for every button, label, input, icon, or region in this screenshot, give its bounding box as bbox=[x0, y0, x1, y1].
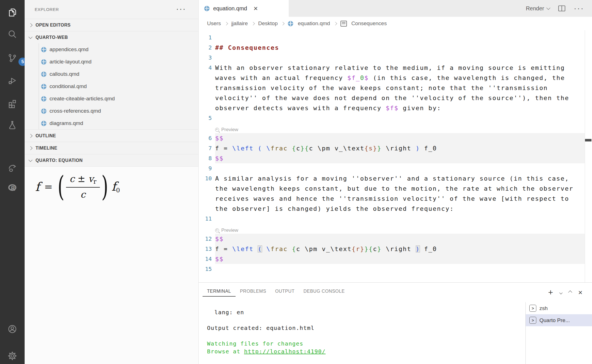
quarto-file-icon bbox=[41, 59, 46, 65]
accounts-icon[interactable] bbox=[7, 324, 17, 334]
bottom-panel: TERMINALPROBLEMSOUTPUTDEBUG CONSOLE + × … bbox=[199, 282, 592, 364]
code-line: 1 bbox=[199, 32, 592, 42]
terminal-prompt-icon: > bbox=[529, 317, 536, 324]
panel-tab-terminal[interactable]: TERMINAL bbox=[203, 284, 236, 297]
panel-tabs: TERMINALPROBLEMSOUTPUTDEBUG CONSOLE bbox=[199, 283, 592, 298]
editor-more-actions-icon[interactable]: ··· bbox=[574, 4, 584, 13]
file-name: article-layout.qmd bbox=[50, 59, 91, 65]
zoom-in-icon bbox=[215, 128, 219, 132]
panel-tab-debug-console[interactable]: DEBUG CONSOLE bbox=[299, 284, 349, 297]
explorer-sidebar: EXPLORER ··· OPEN EDITORS QUARTO-WEB app… bbox=[25, 0, 199, 364]
code-line: 13f = \left ( \frac {c \pm v_\text{r}}{c… bbox=[199, 244, 592, 254]
section-quarto-equation[interactable]: QUARTO: EQUATION bbox=[25, 154, 198, 166]
file-name: diagrams.qmd bbox=[50, 120, 83, 126]
file-item[interactable]: diagrams.qmd bbox=[25, 117, 198, 129]
breadcrumb-jjallaire[interactable]: jjallaire bbox=[231, 20, 248, 27]
source-control-icon[interactable]: 5 bbox=[7, 53, 17, 63]
file-item[interactable]: conditional.qmd bbox=[25, 80, 198, 93]
panel-tab-output[interactable]: OUTPUT bbox=[271, 284, 299, 297]
extensions-icon[interactable] bbox=[7, 98, 17, 108]
tab-equation-qmd[interactable]: equation.qmd × bbox=[199, 0, 289, 17]
line-number: 14 bbox=[199, 256, 215, 262]
section-outline[interactable]: OUTLINE bbox=[25, 129, 198, 142]
overview-ruler[interactable] bbox=[585, 30, 585, 282]
file-item[interactable]: cross-references.qmd bbox=[25, 105, 198, 117]
activity-bar: 5 bbox=[0, 0, 25, 364]
chevron-right-icon bbox=[333, 22, 337, 25]
code-editor[interactable]: 12## Consequences34With an observer stat… bbox=[199, 30, 592, 285]
code-line: 6$$ bbox=[199, 133, 592, 143]
rendered-equation: f = ( c ± vr c ) f0 bbox=[35, 173, 120, 200]
line-number: 11 bbox=[199, 215, 215, 222]
sidebar-more-actions-icon[interactable]: ··· bbox=[176, 4, 186, 13]
sidebar-title: EXPLORER ··· bbox=[25, 0, 198, 19]
render-button[interactable]: Render bbox=[526, 5, 550, 12]
quarto-file-icon bbox=[41, 47, 46, 52]
run-and-debug-icon[interactable] bbox=[7, 75, 17, 86]
file-item[interactable]: article-layout.qmd bbox=[25, 56, 198, 68]
chevron-right-icon bbox=[224, 22, 228, 25]
code-line: 11 bbox=[199, 214, 592, 224]
section-open-editors[interactable]: OPEN EDITORS bbox=[25, 19, 198, 31]
new-terminal-icon[interactable]: + bbox=[548, 288, 553, 297]
code-line: the observer] is changed) yields the obs… bbox=[199, 204, 592, 214]
file-item[interactable]: create-citeable-articles.qmd bbox=[25, 93, 198, 105]
quarto-preview-icon[interactable] bbox=[7, 163, 17, 173]
testing-beaker-icon[interactable] bbox=[7, 120, 17, 130]
terminal-line: Browse at http://localhost:4190/ bbox=[207, 348, 532, 356]
editor-actions: Render ··· bbox=[526, 0, 584, 17]
section-timeline[interactable]: TIMELINE bbox=[25, 142, 198, 154]
line-number: 15 bbox=[199, 266, 215, 272]
quarto-file-icon bbox=[41, 84, 46, 89]
codelens-row: Preview bbox=[199, 123, 592, 133]
file-name: conditional.qmd bbox=[50, 83, 87, 89]
split-editor-icon[interactable] bbox=[558, 5, 565, 11]
terminal-link[interactable]: http://localhost:4190/ bbox=[244, 348, 325, 355]
quarto-file-icon bbox=[204, 6, 210, 11]
explorer-icon[interactable] bbox=[7, 7, 17, 17]
breadcrumb-section[interactable]: Consequences bbox=[351, 20, 387, 27]
code-line: observer detects waves with a frequency … bbox=[199, 103, 592, 113]
file-item[interactable]: callouts.qmd bbox=[25, 68, 198, 80]
codelens-preview-link[interactable]: Preview bbox=[215, 228, 238, 234]
settings-gear-icon[interactable] bbox=[7, 351, 17, 361]
chevron-down-icon bbox=[29, 35, 32, 39]
chevron-right-icon bbox=[29, 23, 32, 27]
r-language-icon[interactable]: R bbox=[7, 183, 17, 193]
panel-tab-problems[interactable]: PROBLEMS bbox=[236, 284, 271, 297]
chevron-right-icon bbox=[29, 146, 32, 150]
code-line: velocity'' of the wave does not depend o… bbox=[199, 93, 592, 103]
terminal-profile-dropdown-icon[interactable] bbox=[560, 290, 562, 295]
code-line: 10A similar analysis for a moving ''obse… bbox=[199, 173, 592, 183]
file-name: callouts.qmd bbox=[50, 71, 79, 77]
fraction: c ± vr c bbox=[66, 173, 100, 200]
code-line: 15 bbox=[199, 264, 592, 274]
search-icon[interactable] bbox=[7, 29, 17, 39]
maximize-panel-icon[interactable] bbox=[569, 290, 572, 295]
line-number: 7 bbox=[199, 145, 215, 152]
close-panel-icon[interactable]: × bbox=[578, 289, 582, 296]
code-line: 12$$ bbox=[199, 234, 592, 244]
file-item[interactable]: appendices.qmd bbox=[25, 43, 198, 56]
line-number: 9 bbox=[199, 165, 215, 172]
terminal-instance-zsh[interactable]: >zsh bbox=[526, 302, 592, 314]
tab-close-icon[interactable]: × bbox=[253, 5, 258, 12]
line-number: 5 bbox=[199, 115, 215, 121]
line-number: 2 bbox=[199, 44, 215, 51]
code-line: 9 bbox=[199, 163, 592, 173]
chevron-down-icon bbox=[29, 158, 32, 162]
terminal-output[interactable]: lang: enOutput created: equation.htmlWat… bbox=[199, 298, 532, 364]
breadcrumb-file[interactable]: equation.qmd bbox=[298, 20, 330, 27]
terminal-line: lang: en bbox=[207, 309, 532, 317]
sidebar-title-label: EXPLORER bbox=[35, 7, 59, 12]
section-quarto-web[interactable]: QUARTO-WEB bbox=[25, 31, 198, 43]
codelens-preview-link[interactable]: Preview bbox=[215, 127, 238, 133]
file-name: create-citeable-articles.qmd bbox=[50, 96, 115, 102]
breadcrumb-users[interactable]: Users bbox=[207, 20, 221, 27]
breadcrumb-desktop[interactable]: Desktop bbox=[258, 20, 278, 27]
chevron-right-icon bbox=[281, 22, 285, 25]
quarto-file-icon bbox=[41, 121, 46, 126]
line-number: 4 bbox=[199, 64, 215, 71]
vscode-window: 5 bbox=[0, 0, 592, 364]
terminal-instance-quarto-pre-[interactable]: >Quarto Pre... bbox=[526, 314, 592, 326]
